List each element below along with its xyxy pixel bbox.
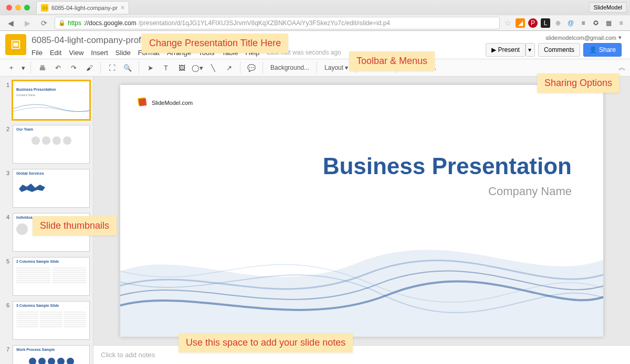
google-slides-logo[interactable] bbox=[5, 34, 26, 55]
ext-buffer-icon[interactable]: ≡ bbox=[579, 18, 588, 28]
annotation-notes: Use this space to add your slide notes bbox=[178, 333, 353, 352]
zoom-button[interactable]: 🔍 bbox=[121, 61, 134, 74]
menu-insert[interactable]: Insert bbox=[91, 49, 108, 57]
speaker-notes[interactable]: Click to add notes bbox=[93, 345, 630, 364]
play-icon: ▶ bbox=[491, 46, 496, 53]
thumbnail-6[interactable]: 3 Columns Sample Slide bbox=[13, 301, 90, 340]
chrome-menu-icon[interactable]: ≡ bbox=[616, 18, 626, 28]
annotation-sharing: Sharing Options bbox=[537, 73, 620, 93]
ext-at-icon[interactable]: @ bbox=[566, 18, 575, 28]
zoom-fit-button[interactable]: ⛶ bbox=[105, 61, 119, 74]
arrow-tool[interactable]: ↗ bbox=[222, 61, 236, 74]
layout-button[interactable]: Layout ▾ bbox=[321, 64, 351, 71]
slide-heading: Business Presentation bbox=[323, 153, 572, 179]
share-button[interactable]: 👤Share bbox=[583, 43, 622, 57]
close-window[interactable] bbox=[6, 5, 12, 10]
slides-favicon: ▭ bbox=[41, 4, 48, 12]
url-protocol: https bbox=[68, 19, 81, 27]
ext-pinterest-icon[interactable]: P bbox=[528, 18, 538, 28]
ext-l-icon[interactable]: L bbox=[541, 18, 550, 28]
browser-profile[interactable]: SlideModel bbox=[589, 2, 627, 13]
browser-tab[interactable]: ▭ 6085-04-light-company-pr × bbox=[36, 1, 129, 14]
ext-grid-icon[interactable]: ▦ bbox=[604, 18, 613, 28]
reload-button[interactable]: ⟳ bbox=[38, 17, 50, 29]
textbox-tool[interactable]: T bbox=[159, 61, 173, 74]
svg-rect-1 bbox=[13, 42, 18, 46]
ext-plus-icon[interactable]: ⊕ bbox=[553, 18, 563, 28]
thumbnail-7[interactable]: Work Process Sample bbox=[13, 345, 90, 364]
slidemodel-logo: SlideModel.com bbox=[135, 95, 193, 109]
line-tool[interactable]: ╲ bbox=[206, 61, 220, 74]
present-dropdown[interactable]: ▾ bbox=[526, 43, 535, 57]
menu-slide[interactable]: Slide bbox=[116, 49, 131, 57]
print-button[interactable]: 🖶 bbox=[35, 61, 49, 74]
account-email[interactable]: slidemodelcom@gmail.com ▾ bbox=[545, 34, 622, 41]
annotation-title: Change Presentation Title Here bbox=[142, 34, 288, 53]
back-button[interactable]: ◀ bbox=[4, 17, 17, 29]
minimize-window[interactable] bbox=[15, 5, 21, 10]
extensions-bar: ◢ P L ⊕ @ ≡ ✪ ▦ ≡ bbox=[516, 18, 626, 28]
comments-button[interactable]: Comments bbox=[538, 43, 580, 57]
current-slide[interactable]: SlideModel.com Business Presentation Com… bbox=[120, 85, 603, 337]
thumbnail-5[interactable]: 2 Columns Sample Slide bbox=[13, 257, 90, 296]
url-domain: ://docs.google.com bbox=[83, 19, 136, 27]
menu-edit[interactable]: Edit bbox=[50, 49, 61, 57]
ext-evernote-icon[interactable]: ✪ bbox=[591, 18, 601, 28]
tab-title: 6085-04-light-company-pr bbox=[51, 5, 118, 11]
bookmark-star-icon[interactable]: ☆ bbox=[504, 18, 511, 28]
menu-view[interactable]: View bbox=[69, 49, 83, 57]
thumbnail-1[interactable]: Business Presentation Company Name bbox=[13, 81, 90, 120]
redo-button[interactable]: ↷ bbox=[67, 61, 80, 74]
present-button[interactable]: ▶Present bbox=[486, 43, 526, 57]
chevron-down-icon: ▾ bbox=[618, 34, 622, 41]
paint-format-button[interactable]: 🖌 bbox=[82, 61, 96, 74]
thumbnail-2[interactable]: Our Team bbox=[13, 125, 90, 164]
annotation-toolbar: Toolbar & Menus bbox=[349, 51, 435, 71]
annotation-thumbs: Slide thumbnails bbox=[33, 216, 117, 235]
new-slide-dropdown[interactable]: ▾ bbox=[20, 61, 26, 74]
address-bar[interactable]: 🔒 https://docs.google.com/presentation/d… bbox=[55, 17, 500, 29]
url-path: /presentation/d/1qJG1YL4FlXU3SJrvmV8qKqX… bbox=[139, 19, 390, 27]
app-header: 6085-04-light-company-profile.pptx File … bbox=[0, 31, 630, 59]
toolbar: ＋ ▾ 🖶 ↶ ↷ 🖌 ⛶ 🔍 ➤ T 🖼 ◯▾ ╲ ↗ 💬 Backgroun… bbox=[0, 59, 630, 77]
ext-analytics-icon[interactable]: ◢ bbox=[516, 18, 525, 28]
collapse-toolbar-icon[interactable]: ︽ bbox=[618, 63, 626, 72]
image-tool[interactable]: 🖼 bbox=[175, 61, 188, 74]
maximize-window[interactable] bbox=[24, 5, 30, 10]
shape-tool[interactable]: ◯▾ bbox=[191, 61, 204, 74]
lock-icon: 🔒 bbox=[58, 19, 66, 26]
new-slide-button[interactable]: ＋ bbox=[4, 61, 18, 74]
slide-canvas[interactable]: SlideModel.com Business Presentation Com… bbox=[93, 77, 630, 345]
person-icon: 👤 bbox=[589, 46, 597, 53]
menu-file[interactable]: File bbox=[32, 49, 43, 57]
background-button[interactable]: Background... bbox=[267, 64, 312, 71]
thumb-number: 1 bbox=[3, 81, 9, 120]
thumbnail-3[interactable]: Global Services bbox=[13, 169, 90, 208]
comment-tool[interactable]: 💬 bbox=[245, 61, 258, 74]
window-controls bbox=[3, 5, 33, 10]
browser-tab-bar: ▭ 6085-04-light-company-pr × SlideModel bbox=[0, 0, 630, 15]
address-bar-row: ◀ ▶ ⟳ 🔒 https://docs.google.com/presenta… bbox=[0, 15, 630, 30]
select-tool[interactable]: ➤ bbox=[143, 61, 157, 74]
close-tab-icon[interactable]: × bbox=[121, 4, 124, 12]
forward-button[interactable]: ▶ bbox=[21, 17, 34, 29]
undo-button[interactable]: ↶ bbox=[51, 61, 65, 74]
